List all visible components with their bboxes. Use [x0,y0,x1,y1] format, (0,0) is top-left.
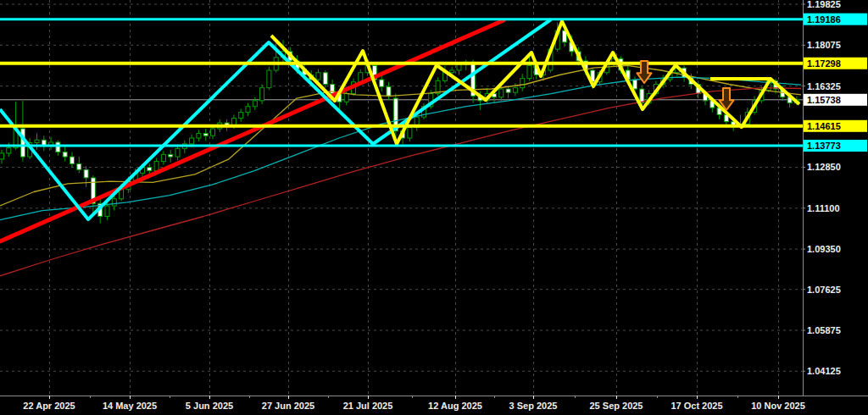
candle [246,103,250,116]
candle [527,56,531,80]
bull-candle-body [190,138,194,144]
bear-candle-body [323,73,327,85]
y-axis-label: 1.05875 [807,325,841,335]
candle [323,70,327,88]
bull-candle-body [161,154,165,161]
bull-candle-body [499,89,504,97]
y-axis-label: 1.09350 [807,244,841,254]
bear-candle-body [633,80,637,89]
candle [239,109,243,122]
candle [63,147,67,162]
candle [91,175,95,214]
candle [520,74,525,91]
bull-candle-body [408,128,412,138]
bull-candle-body [35,140,39,142]
price-badge-label: 1.17298 [807,58,841,69]
x-axis-label: 5 Jun 2025 [186,401,233,411]
candle [197,130,201,141]
bull-candle-body [105,206,109,216]
price-badge-label: 1.15738 [807,95,841,105]
candle [70,152,75,168]
candle [42,136,46,151]
candle [20,101,25,162]
bear-candle-body [147,167,152,170]
bull-candle-body [457,64,461,70]
x-axis-label: 3 Sep 2025 [509,401,558,411]
bear-candle-body [203,133,208,136]
x-axis-label: 27 Jun 2025 [262,401,314,411]
bear-candle-body [169,154,173,157]
y-axis-label: 1.18075 [807,40,841,50]
y-axis-label: 1.16325 [807,81,841,91]
candle [260,85,264,104]
price-axis: 1.198251.191861.180751.172981.163251.157… [803,0,867,376]
x-axis-label: 21 Jul 2025 [343,401,393,411]
bear-candle-body [20,129,25,157]
y-axis-label: 1.04125 [807,366,841,376]
bear-candle-body [380,80,384,86]
price-badge-label: 1.14615 [807,121,841,131]
candle [169,150,173,163]
trading-chart-window: 1.198251.191861.180751.172981.163251.157… [0,0,868,415]
x-axis-label: 17 Oct 2025 [670,401,722,411]
bear-candle-body [56,142,60,152]
bull-candle-body [239,113,243,119]
bull-candle-body [513,88,517,93]
bull-candle-body [260,88,264,101]
bull-candle-body [344,94,348,102]
candle [175,145,180,160]
bull-candle-body [7,148,11,153]
x-axis-label: 10 Nov 2025 [751,401,805,411]
candle [35,133,39,149]
candle [161,151,165,165]
bull-candle-body [175,148,180,157]
y-axis-label: 1.12850 [807,162,841,172]
x-axis-label: 14 May 2025 [103,401,157,411]
x-axis-label: 22 Apr 2025 [23,401,75,411]
bull-candle-body [316,73,320,80]
candle [464,60,468,70]
bull-candle-body [0,153,4,159]
bear-candle-body [640,89,644,103]
candle [0,150,4,164]
bull-candle-body [520,79,525,88]
bear-candle-body [387,86,391,96]
candle [267,67,271,91]
bull-candle-body [450,70,454,73]
candle [203,129,208,141]
candle [387,82,391,100]
bear-candle-body [70,157,75,163]
y-axis-label: 1.07625 [807,285,841,295]
bull-candle-body [267,70,271,88]
price-badge-label: 1.13773 [807,141,841,151]
bull-candle-body [197,133,201,138]
candle [77,157,81,173]
candle [471,60,476,103]
chart-canvas[interactable]: 1.198251.191861.180751.172981.163251.157… [0,0,868,415]
candle [84,166,88,187]
candle [56,141,60,156]
candle [436,77,440,96]
candles-layer [0,22,798,223]
candle [380,75,384,91]
bear-candle-body [63,152,67,158]
time-axis: 22 Apr 202514 May 20255 Jun 202527 Jun 2… [23,396,804,411]
y-axis-label: 1.11100 [807,203,840,213]
x-axis-label: 12 Aug 2025 [428,401,482,411]
candle [457,64,461,75]
bull-candle-body [246,107,250,113]
bear-candle-body [506,89,510,92]
bear-candle-body [84,169,88,178]
candle [253,97,257,110]
y-axis-label: 1.19825 [807,0,841,9]
plot-area [0,0,803,396]
bull-candle-body [211,129,215,136]
bull-candle-body [154,162,159,171]
bull-candle-body [253,101,257,107]
bear-candle-body [77,163,81,169]
price-badge-label: 1.19186 [807,14,841,25]
bull-candle-body [527,65,531,78]
bull-candle-body [231,119,236,125]
bull-candle-body [112,199,116,206]
x-axis-label: 25 Sep 2025 [590,401,643,411]
